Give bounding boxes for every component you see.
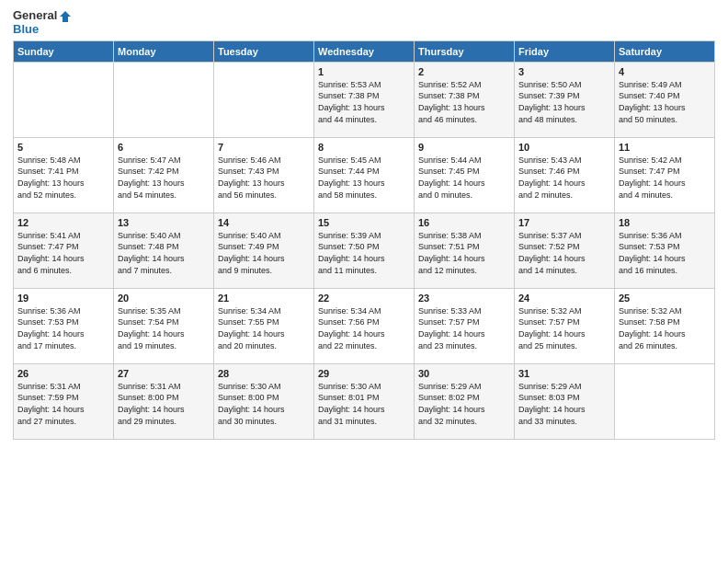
col-header-tuesday: Tuesday — [214, 40, 314, 62]
day-number: 4 — [619, 66, 711, 77]
day-info: Sunrise: 5:45 AM Sunset: 7:44 PM Dayligh… — [318, 155, 410, 201]
day-number: 9 — [418, 142, 510, 153]
day-number: 10 — [518, 142, 610, 153]
day-number: 27 — [118, 368, 210, 379]
day-cell: 18Sunrise: 5:36 AM Sunset: 7:53 PM Dayli… — [615, 213, 715, 288]
day-cell: 25Sunrise: 5:32 AM Sunset: 7:58 PM Dayli… — [615, 288, 715, 363]
day-cell: 27Sunrise: 5:31 AM Sunset: 8:00 PM Dayli… — [114, 363, 214, 439]
day-info: Sunrise: 5:52 AM Sunset: 7:38 PM Dayligh… — [418, 79, 510, 125]
day-info: Sunrise: 5:35 AM Sunset: 7:54 PM Dayligh… — [118, 305, 210, 351]
day-info: Sunrise: 5:36 AM Sunset: 7:53 PM Dayligh… — [17, 305, 109, 351]
day-info: Sunrise: 5:47 AM Sunset: 7:42 PM Dayligh… — [118, 155, 210, 201]
day-cell: 10Sunrise: 5:43 AM Sunset: 7:46 PM Dayli… — [515, 137, 615, 213]
day-number: 13 — [118, 217, 210, 228]
day-cell: 31Sunrise: 5:29 AM Sunset: 8:03 PM Dayli… — [515, 363, 615, 439]
day-cell: 1Sunrise: 5:53 AM Sunset: 7:38 PM Daylig… — [314, 62, 415, 137]
day-info: Sunrise: 5:30 AM Sunset: 8:01 PM Dayligh… — [318, 381, 410, 427]
day-cell: 7Sunrise: 5:46 AM Sunset: 7:43 PM Daylig… — [214, 137, 314, 213]
day-cell: 21Sunrise: 5:34 AM Sunset: 7:55 PM Dayli… — [214, 288, 314, 363]
col-header-wednesday: Wednesday — [314, 40, 415, 62]
day-info: Sunrise: 5:46 AM Sunset: 7:43 PM Dayligh… — [218, 155, 310, 201]
day-number: 19 — [17, 293, 109, 304]
day-number: 15 — [318, 217, 410, 228]
day-number: 22 — [318, 293, 410, 304]
day-number: 6 — [118, 142, 210, 153]
logo-wordmark: General Blue — [13, 9, 72, 37]
day-number: 8 — [318, 142, 410, 153]
day-number: 31 — [518, 368, 610, 379]
day-number: 20 — [118, 293, 210, 304]
col-header-thursday: Thursday — [415, 40, 515, 62]
col-header-monday: Monday — [114, 40, 214, 62]
day-info: Sunrise: 5:29 AM Sunset: 8:02 PM Dayligh… — [418, 381, 510, 427]
day-cell: 24Sunrise: 5:32 AM Sunset: 7:57 PM Dayli… — [515, 288, 615, 363]
day-cell: 6Sunrise: 5:47 AM Sunset: 7:42 PM Daylig… — [114, 137, 214, 213]
day-cell: 8Sunrise: 5:45 AM Sunset: 7:44 PM Daylig… — [314, 137, 415, 213]
day-info: Sunrise: 5:33 AM Sunset: 7:57 PM Dayligh… — [418, 305, 510, 351]
day-cell: 4Sunrise: 5:49 AM Sunset: 7:40 PM Daylig… — [615, 62, 715, 137]
day-number: 2 — [418, 66, 510, 77]
day-number: 12 — [17, 217, 109, 228]
day-cell: 3Sunrise: 5:50 AM Sunset: 7:39 PM Daylig… — [515, 62, 615, 137]
day-cell: 22Sunrise: 5:34 AM Sunset: 7:56 PM Dayli… — [314, 288, 415, 363]
week-row-1: 1Sunrise: 5:53 AM Sunset: 7:38 PM Daylig… — [14, 62, 715, 137]
day-number: 30 — [418, 368, 510, 379]
day-info: Sunrise: 5:34 AM Sunset: 7:56 PM Dayligh… — [318, 305, 410, 351]
week-row-4: 19Sunrise: 5:36 AM Sunset: 7:53 PM Dayli… — [14, 288, 715, 363]
day-info: Sunrise: 5:49 AM Sunset: 7:40 PM Dayligh… — [619, 79, 711, 125]
svg-marker-0 — [60, 11, 71, 22]
day-info: Sunrise: 5:40 AM Sunset: 7:49 PM Dayligh… — [218, 230, 310, 276]
day-info: Sunrise: 5:29 AM Sunset: 8:03 PM Dayligh… — [518, 381, 610, 427]
day-number: 26 — [17, 368, 109, 379]
day-number: 11 — [619, 142, 711, 153]
day-cell: 13Sunrise: 5:40 AM Sunset: 7:48 PM Dayli… — [114, 213, 214, 288]
day-number: 24 — [518, 293, 610, 304]
day-cell — [214, 62, 314, 137]
day-info: Sunrise: 5:30 AM Sunset: 8:00 PM Dayligh… — [218, 381, 310, 427]
day-cell: 2Sunrise: 5:52 AM Sunset: 7:38 PM Daylig… — [415, 62, 515, 137]
day-info: Sunrise: 5:41 AM Sunset: 7:47 PM Dayligh… — [17, 230, 109, 276]
day-cell: 11Sunrise: 5:42 AM Sunset: 7:47 PM Dayli… — [615, 137, 715, 213]
day-number: 23 — [418, 293, 510, 304]
day-cell — [615, 363, 715, 439]
day-cell: 19Sunrise: 5:36 AM Sunset: 7:53 PM Dayli… — [14, 288, 114, 363]
day-cell: 17Sunrise: 5:37 AM Sunset: 7:52 PM Dayli… — [515, 213, 615, 288]
logo-blue: Blue — [13, 23, 72, 37]
logo: General Blue — [13, 9, 72, 37]
day-info: Sunrise: 5:40 AM Sunset: 7:48 PM Dayligh… — [118, 230, 210, 276]
col-header-sunday: Sunday — [14, 40, 114, 62]
logo-general: General — [13, 9, 72, 23]
day-info: Sunrise: 5:48 AM Sunset: 7:41 PM Dayligh… — [17, 155, 109, 201]
day-info: Sunrise: 5:42 AM Sunset: 7:47 PM Dayligh… — [619, 155, 711, 201]
day-cell: 9Sunrise: 5:44 AM Sunset: 7:45 PM Daylig… — [415, 137, 515, 213]
day-number: 3 — [518, 66, 610, 77]
day-info: Sunrise: 5:43 AM Sunset: 7:46 PM Dayligh… — [518, 155, 610, 201]
day-number: 5 — [17, 142, 109, 153]
day-cell: 15Sunrise: 5:39 AM Sunset: 7:50 PM Dayli… — [314, 213, 415, 288]
day-info: Sunrise: 5:32 AM Sunset: 7:57 PM Dayligh… — [518, 305, 610, 351]
day-number: 29 — [318, 368, 410, 379]
day-cell: 20Sunrise: 5:35 AM Sunset: 7:54 PM Dayli… — [114, 288, 214, 363]
day-info: Sunrise: 5:44 AM Sunset: 7:45 PM Dayligh… — [418, 155, 510, 201]
day-info: Sunrise: 5:37 AM Sunset: 7:52 PM Dayligh… — [518, 230, 610, 276]
day-cell: 29Sunrise: 5:30 AM Sunset: 8:01 PM Dayli… — [314, 363, 415, 439]
day-cell: 26Sunrise: 5:31 AM Sunset: 7:59 PM Dayli… — [14, 363, 114, 439]
day-number: 28 — [218, 368, 310, 379]
header-row: SundayMondayTuesdayWednesdayThursdayFrid… — [14, 40, 715, 62]
header: General Blue — [13, 9, 715, 37]
day-number: 14 — [218, 217, 310, 228]
day-info: Sunrise: 5:31 AM Sunset: 8:00 PM Dayligh… — [118, 381, 210, 427]
page-container: General Blue SundayMondayTuesdayWednesda… — [0, 0, 728, 447]
day-cell: 30Sunrise: 5:29 AM Sunset: 8:02 PM Dayli… — [415, 363, 515, 439]
day-number: 1 — [318, 66, 410, 77]
day-number: 17 — [518, 217, 610, 228]
col-header-friday: Friday — [515, 40, 615, 62]
week-row-2: 5Sunrise: 5:48 AM Sunset: 7:41 PM Daylig… — [14, 137, 715, 213]
week-row-5: 26Sunrise: 5:31 AM Sunset: 7:59 PM Dayli… — [14, 363, 715, 439]
day-info: Sunrise: 5:50 AM Sunset: 7:39 PM Dayligh… — [518, 79, 610, 125]
day-cell — [14, 62, 114, 137]
day-info: Sunrise: 5:36 AM Sunset: 7:53 PM Dayligh… — [619, 230, 711, 276]
day-cell: 5Sunrise: 5:48 AM Sunset: 7:41 PM Daylig… — [14, 137, 114, 213]
day-info: Sunrise: 5:39 AM Sunset: 7:50 PM Dayligh… — [318, 230, 410, 276]
day-cell: 14Sunrise: 5:40 AM Sunset: 7:49 PM Dayli… — [214, 213, 314, 288]
